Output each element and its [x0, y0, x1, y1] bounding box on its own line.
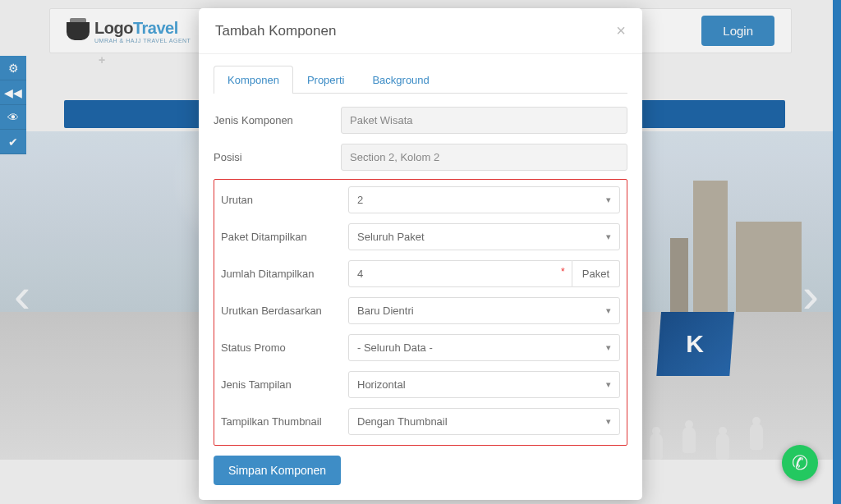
label-posisi: Posisi: [214, 151, 341, 163]
field-status-promo: Status Promo - Seluruh Data -: [221, 332, 620, 363]
label-urutan: Urutan: [221, 194, 348, 206]
field-jenis-tampilan: Jenis Tampilan Horizontal: [221, 369, 620, 400]
tab-komponen[interactable]: Komponen: [214, 66, 293, 94]
label-jenis-komponen: Jenis Komponen: [214, 114, 341, 126]
save-component-button[interactable]: Simpan Komponen: [214, 456, 341, 485]
input-jenis-komponen: Paket Wisata: [341, 107, 627, 134]
select-jenis-tampilan[interactable]: Horizontal: [348, 371, 620, 398]
input-jumlah-ditampilkan[interactable]: 4 *: [348, 260, 572, 287]
select-urutan[interactable]: 2: [348, 186, 620, 213]
modal-body: Komponen Properti Background Jenis Kompo…: [199, 54, 642, 500]
tab-background[interactable]: Background: [358, 66, 443, 94]
select-paket-ditampilkan[interactable]: Seluruh Paket: [348, 223, 620, 250]
label-jumlah-ditampilkan: Jumlah Ditampilkan: [221, 268, 348, 280]
select-status-promo[interactable]: - Seluruh Data -: [348, 334, 620, 361]
field-posisi: Posisi Section 2, Kolom 2: [214, 142, 627, 172]
add-component-modal: Tambah Komponen × Komponen Properti Back…: [199, 8, 642, 500]
label-tampilkan-thumbnail: Tampilkan Thumbnail: [221, 415, 348, 428]
label-jenis-tampilan: Jenis Tampilan: [221, 378, 348, 391]
modal-header: Tambah Komponen ×: [199, 8, 642, 54]
field-jumlah-ditampilkan: Jumlah Ditampilkan 4 * Paket: [221, 259, 620, 289]
required-indicator-icon: *: [561, 266, 565, 277]
field-jenis-komponen: Jenis Komponen Paket Wisata: [214, 105, 627, 135]
field-tampilkan-thumbnail: Tampilkan Thumbnail Dengan Thumbnail: [221, 406, 620, 437]
label-urutkan-berdasarkan: Urutkan Berdasarkan: [221, 305, 348, 317]
label-status-promo: Status Promo: [221, 341, 348, 354]
input-addon-unit: Paket: [572, 260, 620, 287]
select-urutkan-berdasarkan[interactable]: Baru Dientri: [348, 297, 620, 324]
input-posisi: Section 2, Kolom 2: [341, 144, 627, 171]
select-tampilkan-thumbnail[interactable]: Dengan Thumbnail: [348, 408, 620, 435]
modal-tabs: Komponen Properti Background: [214, 66, 627, 94]
label-paket-ditampilkan: Paket Ditampilkan: [221, 231, 348, 243]
modal-close-button[interactable]: ×: [616, 21, 626, 40]
modal-title: Tambah Komponen: [215, 23, 336, 39]
field-urutan: Urutan 2: [221, 185, 620, 215]
tab-properti[interactable]: Properti: [293, 66, 359, 94]
field-urutkan-berdasarkan: Urutkan Berdasarkan Baru Dientri: [221, 296, 620, 326]
highlighted-fields: Urutan 2 Paket Ditampilkan Seluruh Paket…: [214, 179, 627, 446]
field-paket-ditampilkan: Paket Ditampilkan Seluruh Paket: [221, 222, 620, 252]
